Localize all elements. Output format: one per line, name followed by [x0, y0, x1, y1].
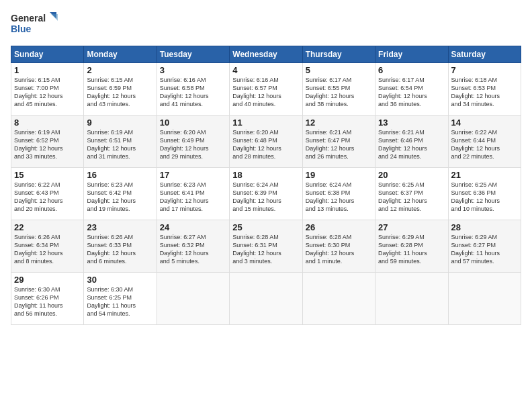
weekday-header-monday: Monday — [84, 46, 157, 63]
calendar-cell: 21Sunrise: 6:25 AMSunset: 6:36 PMDayligh… — [448, 168, 521, 220]
cell-info: Sunrise: 6:20 AMSunset: 6:48 PMDaylight:… — [232, 128, 299, 161]
calendar-cell: 29Sunrise: 6:30 AMSunset: 6:26 PMDayligh… — [11, 273, 84, 325]
day-number: 2 — [87, 65, 153, 75]
calendar-cell: 11Sunrise: 6:20 AMSunset: 6:48 PMDayligh… — [230, 116, 302, 168]
calendar-cell: 20Sunrise: 6:25 AMSunset: 6:37 PMDayligh… — [375, 168, 448, 220]
calendar-cell: 16Sunrise: 6:23 AMSunset: 6:42 PMDayligh… — [84, 168, 157, 220]
cell-info: Sunrise: 6:20 AMSunset: 6:49 PMDaylight:… — [160, 128, 226, 161]
calendar-header: SundayMondayTuesdayWednesdayThursdayFrid… — [11, 46, 521, 63]
calendar-cell: 6Sunrise: 6:17 AMSunset: 6:54 PMDaylight… — [375, 63, 448, 116]
weekday-header-thursday: Thursday — [302, 46, 375, 63]
day-number: 28 — [451, 222, 518, 232]
day-number: 29 — [14, 275, 81, 285]
cell-info: Sunrise: 6:19 AMSunset: 6:52 PMDaylight:… — [14, 128, 81, 161]
calendar-cell: 26Sunrise: 6:28 AMSunset: 6:30 PMDayligh… — [302, 220, 375, 273]
day-number: 27 — [378, 222, 445, 232]
weekday-header-saturday: Saturday — [448, 46, 521, 63]
cell-info: Sunrise: 6:21 AMSunset: 6:46 PMDaylight:… — [378, 128, 445, 161]
day-number: 10 — [160, 118, 226, 128]
cell-info: Sunrise: 6:29 AMSunset: 6:28 PMDaylight:… — [378, 233, 445, 266]
cell-info: Sunrise: 6:23 AMSunset: 6:41 PMDaylight:… — [160, 181, 226, 214]
header: General Blue — [11, 11, 521, 39]
calendar-cell: 12Sunrise: 6:21 AMSunset: 6:47 PMDayligh… — [302, 116, 375, 168]
weekday-header-tuesday: Tuesday — [157, 46, 229, 63]
week-row-1: 1Sunrise: 6:15 AMSunset: 7:00 PMDaylight… — [11, 63, 521, 116]
calendar-cell: 13Sunrise: 6:21 AMSunset: 6:46 PMDayligh… — [375, 116, 448, 168]
calendar-cell: 17Sunrise: 6:23 AMSunset: 6:41 PMDayligh… — [157, 168, 229, 220]
day-number: 13 — [378, 118, 445, 128]
cell-info: Sunrise: 6:30 AMSunset: 6:25 PMDaylight:… — [87, 285, 153, 318]
calendar-cell: 14Sunrise: 6:22 AMSunset: 6:44 PMDayligh… — [448, 116, 521, 168]
cell-info: Sunrise: 6:25 AMSunset: 6:37 PMDaylight:… — [378, 181, 445, 214]
day-number: 5 — [306, 65, 372, 75]
cell-info: Sunrise: 6:29 AMSunset: 6:27 PMDaylight:… — [451, 233, 518, 266]
svg-text:General: General — [11, 13, 46, 24]
cell-info: Sunrise: 6:24 AMSunset: 6:38 PMDaylight:… — [306, 181, 372, 214]
day-number: 11 — [232, 118, 299, 128]
calendar-cell: 23Sunrise: 6:26 AMSunset: 6:33 PMDayligh… — [84, 220, 157, 273]
day-number: 20 — [378, 170, 445, 180]
day-number: 26 — [306, 222, 372, 232]
page: General Blue SundayMondayTuesdayWednesda… — [0, 0, 532, 411]
day-number: 17 — [160, 170, 226, 180]
day-number: 25 — [232, 222, 299, 232]
weekday-header-friday: Friday — [375, 46, 448, 63]
logo: General Blue — [11, 11, 58, 39]
cell-info: Sunrise: 6:22 AMSunset: 6:43 PMDaylight:… — [14, 181, 81, 214]
calendar-cell: 7Sunrise: 6:18 AMSunset: 6:53 PMDaylight… — [448, 63, 521, 116]
day-number: 30 — [87, 275, 153, 285]
cell-info: Sunrise: 6:21 AMSunset: 6:47 PMDaylight:… — [306, 128, 372, 161]
calendar-cell: 28Sunrise: 6:29 AMSunset: 6:27 PMDayligh… — [448, 220, 521, 273]
cell-info: Sunrise: 6:23 AMSunset: 6:42 PMDaylight:… — [87, 181, 153, 214]
cell-info: Sunrise: 6:24 AMSunset: 6:39 PMDaylight:… — [232, 181, 299, 214]
cell-info: Sunrise: 6:16 AMSunset: 6:58 PMDaylight:… — [160, 76, 226, 109]
cell-info: Sunrise: 6:30 AMSunset: 6:26 PMDaylight:… — [14, 285, 81, 318]
day-number: 7 — [451, 65, 518, 75]
day-number: 9 — [87, 118, 153, 128]
calendar-cell: 10Sunrise: 6:20 AMSunset: 6:49 PMDayligh… — [157, 116, 229, 168]
calendar-cell: 27Sunrise: 6:29 AMSunset: 6:28 PMDayligh… — [375, 220, 448, 273]
day-number: 18 — [232, 170, 299, 180]
day-number: 6 — [378, 65, 445, 75]
week-row-3: 15Sunrise: 6:22 AMSunset: 6:43 PMDayligh… — [11, 168, 521, 220]
cell-info: Sunrise: 6:26 AMSunset: 6:33 PMDaylight:… — [87, 233, 153, 266]
cell-info: Sunrise: 6:17 AMSunset: 6:54 PMDaylight:… — [378, 76, 445, 109]
day-number: 23 — [87, 222, 153, 232]
calendar-cell: 18Sunrise: 6:24 AMSunset: 6:39 PMDayligh… — [230, 168, 302, 220]
day-number: 4 — [232, 65, 299, 75]
svg-text:Blue: Blue — [11, 24, 32, 34]
weekday-header-sunday: Sunday — [11, 46, 84, 63]
calendar-cell: 15Sunrise: 6:22 AMSunset: 6:43 PMDayligh… — [11, 168, 84, 220]
day-number: 3 — [160, 65, 226, 75]
calendar-body: 1Sunrise: 6:15 AMSunset: 7:00 PMDaylight… — [11, 63, 521, 325]
week-row-2: 8Sunrise: 6:19 AMSunset: 6:52 PMDaylight… — [11, 116, 521, 168]
cell-info: Sunrise: 6:22 AMSunset: 6:44 PMDaylight:… — [451, 128, 518, 161]
logo-svg: General Blue — [11, 11, 58, 39]
cell-info: Sunrise: 6:27 AMSunset: 6:32 PMDaylight:… — [160, 233, 226, 266]
calendar-cell: 9Sunrise: 6:19 AMSunset: 6:51 PMDaylight… — [84, 116, 157, 168]
day-number: 15 — [14, 170, 81, 180]
calendar-cell: 25Sunrise: 6:28 AMSunset: 6:31 PMDayligh… — [230, 220, 302, 273]
cell-info: Sunrise: 6:25 AMSunset: 6:36 PMDaylight:… — [451, 181, 518, 214]
calendar-cell: 1Sunrise: 6:15 AMSunset: 7:00 PMDaylight… — [11, 63, 84, 116]
cell-info: Sunrise: 6:16 AMSunset: 6:57 PMDaylight:… — [232, 76, 299, 109]
calendar-cell: 5Sunrise: 6:17 AMSunset: 6:55 PMDaylight… — [302, 63, 375, 116]
cell-info: Sunrise: 6:18 AMSunset: 6:53 PMDaylight:… — [451, 76, 518, 109]
cell-info: Sunrise: 6:15 AMSunset: 6:59 PMDaylight:… — [87, 76, 153, 109]
calendar-cell — [302, 273, 375, 325]
header-row: SundayMondayTuesdayWednesdayThursdayFrid… — [11, 46, 521, 63]
cell-info: Sunrise: 6:15 AMSunset: 7:00 PMDaylight:… — [14, 76, 81, 109]
calendar-cell — [375, 273, 448, 325]
cell-info: Sunrise: 6:26 AMSunset: 6:34 PMDaylight:… — [14, 233, 81, 266]
calendar-cell: 19Sunrise: 6:24 AMSunset: 6:38 PMDayligh… — [302, 168, 375, 220]
cell-info: Sunrise: 6:17 AMSunset: 6:55 PMDaylight:… — [306, 76, 372, 109]
day-number: 8 — [14, 118, 81, 128]
svg-marker-3 — [51, 14, 58, 21]
cell-info: Sunrise: 6:19 AMSunset: 6:51 PMDaylight:… — [87, 128, 153, 161]
calendar-cell: 3Sunrise: 6:16 AMSunset: 6:58 PMDaylight… — [157, 63, 229, 116]
calendar-cell: 24Sunrise: 6:27 AMSunset: 6:32 PMDayligh… — [157, 220, 229, 273]
calendar-cell: 22Sunrise: 6:26 AMSunset: 6:34 PMDayligh… — [11, 220, 84, 273]
day-number: 16 — [87, 170, 153, 180]
day-number: 1 — [14, 65, 81, 75]
calendar-cell — [448, 273, 521, 325]
